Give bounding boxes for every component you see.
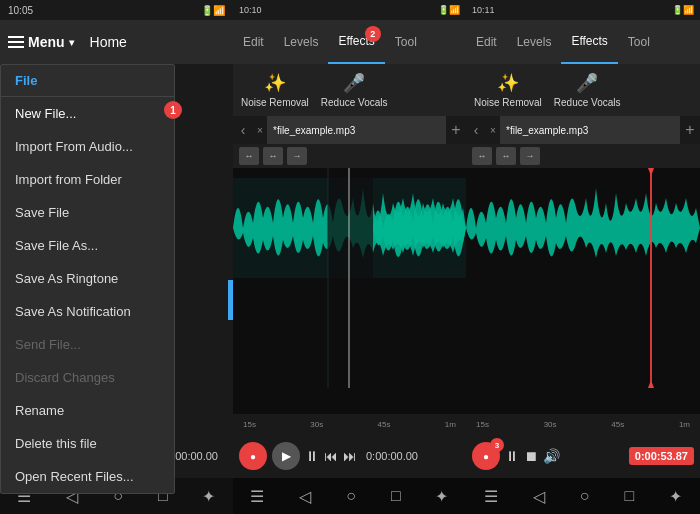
timeline-mark-r2: 30s bbox=[544, 420, 557, 429]
skip-back-button-middle[interactable]: ⏮ bbox=[324, 448, 338, 464]
middle-panel: 10:10 🔋📶 Edit Levels Effects 2 Tool ✨ No… bbox=[233, 0, 466, 514]
tab-levels-middle[interactable]: Levels bbox=[274, 20, 329, 64]
noise-removal-label-r: Noise Removal bbox=[474, 97, 542, 108]
menu-item-save-notification[interactable]: Save As Notification bbox=[1, 295, 174, 328]
reduce-vocals-right[interactable]: 🎤 Reduce Vocals bbox=[554, 72, 621, 108]
discard-label: Discard Changes bbox=[15, 370, 115, 385]
reduce-vocals-middle[interactable]: 🎤 Reduce Vocals bbox=[321, 72, 388, 108]
tab-effects-middle[interactable]: Effects 2 bbox=[328, 20, 384, 64]
file-tab-middle[interactable]: *file_example.mp3 bbox=[267, 116, 446, 144]
record-button-middle[interactable]: ● bbox=[239, 442, 267, 470]
arrow-left-middle[interactable]: ‹ bbox=[233, 116, 253, 144]
time-display-right: 0:00:53.87 bbox=[629, 447, 694, 465]
add-tab-middle[interactable]: + bbox=[446, 116, 466, 144]
time-middle: 10:10 bbox=[239, 5, 262, 15]
nav-icon-r2[interactable]: ◁ bbox=[533, 487, 545, 506]
send-file-label: Send File... bbox=[15, 337, 81, 352]
stop-button-right[interactable]: ⏹ bbox=[524, 448, 538, 464]
badge-3: 3 bbox=[490, 438, 504, 452]
hamburger-icon bbox=[8, 36, 24, 48]
tab-edit-right[interactable]: Edit bbox=[466, 20, 507, 64]
tab-tools-middle[interactable]: Tool bbox=[385, 20, 427, 64]
open-recent-label: Open Recent Files... bbox=[15, 469, 134, 484]
waveform-area-right bbox=[466, 168, 700, 414]
menu-item-save-file[interactable]: Save File bbox=[1, 196, 174, 229]
timeline-mark-r3: 45s bbox=[611, 420, 624, 429]
pause-button-middle[interactable]: ⏸ bbox=[305, 448, 319, 464]
nav-icon-m1[interactable]: ☰ bbox=[250, 487, 264, 506]
nav-icon-r5[interactable]: ✦ bbox=[669, 487, 682, 506]
left-panel: 10:05 🔋📶 Menu ▾ Home ftware File New Fil… bbox=[0, 0, 233, 514]
nav-icon-m5[interactable]: ✦ bbox=[435, 487, 448, 506]
tab-edit-middle[interactable]: Edit bbox=[233, 20, 274, 64]
menu-item-import-audio[interactable]: Import From Audio... bbox=[1, 130, 174, 163]
nav-icon-r1[interactable]: ☰ bbox=[484, 487, 498, 506]
noise-removal-middle[interactable]: ✨ Noise Removal bbox=[241, 72, 309, 108]
file-tab-right[interactable]: *file_example.mp3 bbox=[500, 116, 680, 144]
nav-icon-m3[interactable]: ○ bbox=[346, 487, 356, 505]
timeline-mark-2: 30s bbox=[310, 420, 323, 429]
waveform-ctrl-r3[interactable]: → bbox=[520, 147, 540, 165]
nav-icon-m2[interactable]: ◁ bbox=[299, 487, 311, 506]
timeline-mark-r1: 15s bbox=[476, 420, 489, 429]
timeline-mark-1: 15s bbox=[243, 420, 256, 429]
delete-label: Delete this file bbox=[15, 436, 97, 451]
pause-button-right[interactable]: ⏸ bbox=[505, 448, 519, 464]
play-button-middle[interactable]: ▶ bbox=[272, 442, 300, 470]
reduce-vocals-label-r: Reduce Vocals bbox=[554, 97, 621, 108]
waveform-ctrl-1[interactable]: ↔ bbox=[239, 147, 259, 165]
home-button[interactable]: Home bbox=[90, 34, 127, 50]
menu-label: Menu bbox=[28, 34, 65, 50]
reduce-vocals-label: Reduce Vocals bbox=[321, 97, 388, 108]
dropdown-header: File bbox=[1, 65, 174, 97]
noise-removal-icon: ✨ bbox=[264, 72, 286, 94]
tab-effects-right[interactable]: Effects bbox=[561, 20, 617, 64]
add-tab-right[interactable]: + bbox=[680, 116, 700, 144]
waveform-ctrl-r2[interactable]: ↔ bbox=[496, 147, 516, 165]
menu-item-open-recent[interactable]: Open Recent Files... bbox=[1, 460, 174, 493]
menu-item-rename[interactable]: Rename bbox=[1, 394, 174, 427]
time-display-middle: 0:00:00.00 bbox=[366, 450, 418, 462]
nav-icon-r4[interactable]: □ bbox=[625, 487, 635, 505]
status-icons-right: 🔋📶 bbox=[672, 5, 694, 15]
close-tab-right[interactable]: × bbox=[486, 123, 500, 137]
waveform-controls-right: ↔ ↔ → bbox=[466, 144, 700, 168]
new-file-label: New File... bbox=[15, 106, 76, 121]
record-button-right[interactable]: ● 3 bbox=[472, 442, 500, 470]
menu-item-import-folder[interactable]: Import from Folder bbox=[1, 163, 174, 196]
menu-item-save-ringtone[interactable]: Save As Ringtone bbox=[1, 262, 174, 295]
volume-button-right[interactable]: 🔊 bbox=[543, 448, 560, 464]
status-icons-left: 🔋📶 bbox=[201, 5, 225, 16]
waveform-ctrl-2[interactable]: ↔ bbox=[263, 147, 283, 165]
file-dropdown-menu: File New File... 1 Import From Audio... … bbox=[0, 64, 175, 494]
waveform-ctrl-3[interactable]: → bbox=[287, 147, 307, 165]
tab-effects-label-r: Effects bbox=[571, 34, 607, 48]
time-right: 10:11 bbox=[472, 5, 495, 15]
effects-bar-middle: ✨ Noise Removal 🎤 Reduce Vocals bbox=[233, 64, 466, 116]
arrow-left-right[interactable]: ‹ bbox=[466, 116, 486, 144]
timeline-mark-4: 1m bbox=[445, 420, 456, 429]
menu-button[interactable]: Menu ▾ bbox=[8, 34, 74, 50]
right-panel: 10:11 🔋📶 Edit Levels Effects Tool ✨ Nois… bbox=[466, 0, 700, 514]
badge-1: 1 bbox=[164, 101, 182, 119]
status-bar-right: 10:11 🔋📶 bbox=[466, 0, 700, 20]
effects-bar-right: ✨ Noise Removal 🎤 Reduce Vocals bbox=[466, 64, 700, 116]
skip-fwd-button-middle[interactable]: ⏭ bbox=[343, 448, 357, 464]
tab-levels-right[interactable]: Levels bbox=[507, 20, 562, 64]
nav-icon-m4[interactable]: □ bbox=[391, 487, 401, 505]
waveform-controls-middle: ↔ ↔ → bbox=[233, 144, 466, 168]
import-audio-label: Import From Audio... bbox=[15, 139, 133, 154]
menu-item-new-file[interactable]: New File... 1 bbox=[1, 97, 174, 130]
noise-removal-right[interactable]: ✨ Noise Removal bbox=[474, 72, 542, 108]
nav-icon-5[interactable]: ✦ bbox=[202, 487, 215, 506]
menu-item-save-file-as[interactable]: Save File As... bbox=[1, 229, 174, 262]
time-left: 10:05 bbox=[8, 5, 33, 16]
transport-bar-right: ● 3 ⏸ ⏹ 🔊 0:00:53.87 bbox=[466, 434, 700, 478]
menu-item-delete[interactable]: Delete this file bbox=[1, 427, 174, 460]
bottom-nav-middle: ☰ ◁ ○ □ ✦ bbox=[233, 478, 466, 514]
waveform-ctrl-r1[interactable]: ↔ bbox=[472, 147, 492, 165]
close-tab-middle[interactable]: × bbox=[253, 123, 267, 137]
nav-icon-r3[interactable]: ○ bbox=[580, 487, 590, 505]
tab-tools-right[interactable]: Tool bbox=[618, 20, 660, 64]
reduce-vocals-icon: 🎤 bbox=[343, 72, 365, 94]
